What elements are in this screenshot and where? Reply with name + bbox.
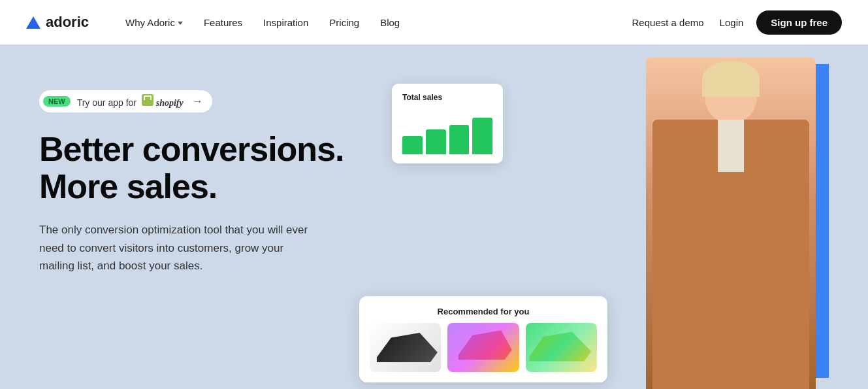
rec-card-title: Recommended for you bbox=[370, 307, 597, 316]
logo-text: adoric bbox=[46, 14, 89, 31]
nav-right: Request a demo Login Sign up free bbox=[630, 10, 842, 35]
login-link[interactable]: Login bbox=[717, 12, 747, 33]
signup-button[interactable]: Sign up free bbox=[756, 10, 842, 35]
logo[interactable]: adoric bbox=[26, 14, 89, 31]
hero-left: NEW Try our app for shopify → Better con… bbox=[39, 77, 379, 275]
recommendation-card: Recommended for you bbox=[359, 296, 607, 382]
chart-bar-2 bbox=[426, 129, 446, 155]
badge-text: Try our app for shopify bbox=[77, 94, 186, 109]
request-demo-link[interactable]: Request a demo bbox=[630, 12, 707, 33]
rec-item-1 bbox=[370, 323, 441, 372]
hero-title: Better conversions. More sales. bbox=[39, 131, 379, 205]
nav-why-adoric[interactable]: Why Adoric bbox=[118, 12, 191, 33]
navbar: adoric Why Adoric Features Inspiration P… bbox=[0, 0, 868, 44]
shopify-badge[interactable]: NEW Try our app for shopify → bbox=[39, 90, 212, 112]
rec-item-2 bbox=[447, 323, 519, 372]
new-tag: NEW bbox=[43, 96, 71, 107]
chart-bars bbox=[402, 109, 492, 154]
chart-bar-3 bbox=[449, 125, 470, 155]
shoe-icon-3 bbox=[526, 323, 597, 372]
sales-chart-card: Total sales bbox=[392, 84, 503, 163]
chevron-down-icon bbox=[178, 22, 183, 25]
nav-blog[interactable]: Blog bbox=[372, 12, 408, 33]
logo-icon bbox=[26, 16, 40, 29]
chart-bar-4 bbox=[472, 118, 492, 154]
chart-bar-1 bbox=[402, 136, 423, 154]
nav-inspiration[interactable]: Inspiration bbox=[255, 12, 316, 33]
shoe-icon-1 bbox=[370, 323, 441, 372]
shoe-icon-2 bbox=[447, 323, 519, 372]
arrow-right-icon: → bbox=[193, 95, 203, 107]
shopify-icon: shopify bbox=[142, 97, 184, 108]
rec-item-3 bbox=[526, 323, 597, 372]
hero-section: NEW Try our app for shopify → Better con… bbox=[0, 44, 868, 389]
nav-pricing[interactable]: Pricing bbox=[321, 12, 367, 33]
hero-illustration: Total sales Recommended for you bbox=[379, 77, 829, 389]
rec-items bbox=[370, 323, 597, 372]
nav-features[interactable]: Features bbox=[196, 12, 250, 33]
shopify-bag-icon bbox=[142, 94, 153, 106]
hero-description: The only conversion optimization tool th… bbox=[39, 221, 313, 275]
chart-title: Total sales bbox=[402, 93, 492, 102]
nav-links: Why Adoric Features Inspiration Pricing … bbox=[118, 12, 609, 33]
person-image bbox=[646, 58, 816, 389]
